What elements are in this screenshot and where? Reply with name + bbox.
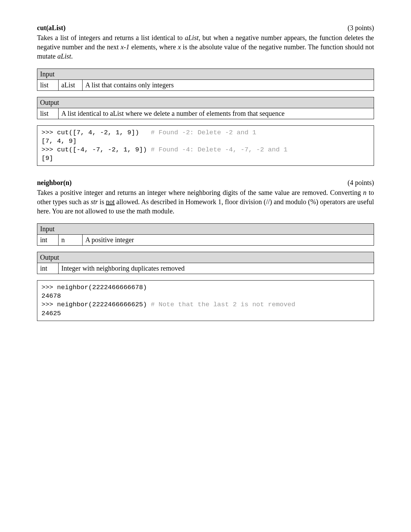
function-description-cut: Takes a list of integers and returns a l…	[37, 33, 374, 61]
function-points: (4 points)	[348, 178, 374, 187]
function-description-neighbor: Takes a positive integer and returns an …	[37, 188, 374, 216]
code-line: >>> cut([-4, -7, -2, 1, 9])	[41, 146, 151, 153]
desc-text: .	[71, 52, 73, 60]
code-comment: # Found -2: Delete -2 and 1	[151, 129, 256, 136]
input-table-cut: Input list aList A list that contains on…	[37, 69, 374, 91]
table-header-row: Input	[37, 224, 374, 235]
code-line: >>> neighbor(2222466666678)	[41, 284, 147, 291]
table-row: int Integer with neighboring duplicates …	[37, 263, 374, 274]
param-type: int	[37, 235, 59, 246]
desc-italic: aList	[57, 52, 71, 60]
code-example-cut: >>> cut([7, 4, -2, 1, 9]) # Found -2: De…	[37, 125, 374, 166]
function-header-cut: cut(aList) (3 points)	[37, 23, 374, 33]
table-header-row: Output	[37, 97, 374, 108]
desc-italic: str	[91, 198, 98, 206]
return-type: int	[37, 263, 59, 274]
return-desc: A list identical to aList where we delet…	[59, 108, 374, 119]
return-type: list	[37, 108, 59, 119]
table-row: int n A positive integer	[37, 235, 374, 246]
output-table-cut: Output list A list identical to aList wh…	[37, 97, 374, 119]
code-line: >>> cut([7, 4, -2, 1, 9])	[41, 129, 151, 136]
table-header-row: Output	[37, 252, 374, 263]
desc-italic: x-1	[121, 43, 129, 51]
table-header: Input	[37, 224, 374, 235]
code-line: [7, 4, 9]	[41, 137, 77, 145]
code-comment: # Found -4: Delete -4, -7, -2 and 1	[151, 146, 287, 153]
param-desc: A positive integer	[83, 235, 374, 246]
output-table-neighbor: Output int Integer with neighboring dupl…	[37, 252, 374, 274]
param-type: list	[37, 80, 59, 91]
function-header-neighbor: neighbor(n) (4 points)	[37, 178, 374, 187]
table-header: Input	[37, 69, 374, 80]
code-line: [9]	[41, 154, 53, 162]
code-line: 24625	[41, 310, 61, 317]
input-table-neighbor: Input int n A positive integer	[37, 223, 374, 246]
desc-italic: x	[178, 43, 181, 51]
function-name: neighbor(n)	[37, 178, 72, 187]
param-name: aList	[59, 80, 83, 91]
desc-italic: aList	[185, 34, 199, 41]
table-row: list aList A list that contains only int…	[37, 80, 374, 91]
code-line: 24678	[41, 292, 61, 300]
function-points: (3 points)	[348, 23, 374, 33]
table-header: Output	[37, 97, 374, 108]
code-comment: # Note that the last 2 is not removed	[151, 301, 295, 308]
desc-text: elements, where	[129, 43, 178, 51]
desc-underline: not	[106, 198, 115, 206]
desc-text: is	[98, 198, 106, 206]
desc-italic: n	[363, 189, 366, 196]
code-line: >>> neighbor(2222466666625)	[41, 301, 151, 308]
code-example-neighbor: >>> neighbor(2222466666678) 24678 >>> ne…	[37, 280, 374, 321]
desc-text: Takes a positive integer and returns an …	[37, 189, 363, 196]
table-header-row: Input	[37, 69, 374, 80]
function-name: cut(aList)	[37, 23, 65, 33]
table-row: list A list identical to aList where we …	[37, 108, 374, 119]
desc-text: Takes a list of integers and returns a l…	[37, 34, 185, 41]
return-desc: Integer with neighboring duplicates remo…	[59, 263, 374, 274]
param-name: n	[59, 235, 83, 246]
table-header: Output	[37, 252, 374, 263]
param-desc: A list that contains only integers	[83, 80, 374, 91]
